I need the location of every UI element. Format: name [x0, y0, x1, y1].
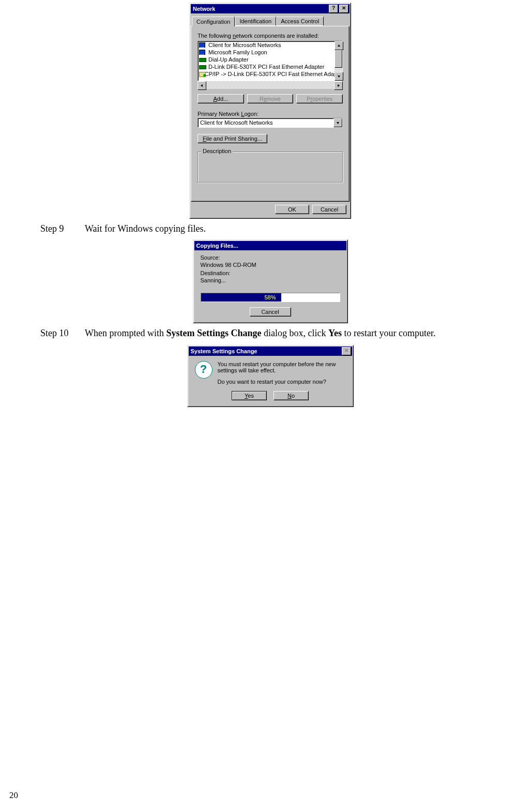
- scroll-thumb[interactable]: [335, 50, 342, 68]
- scroll-down-button[interactable]: [335, 72, 343, 81]
- cancel-button[interactable]: Cancel: [312, 205, 346, 214]
- remove-button[interactable]: Remove: [247, 94, 294, 103]
- svg-marker-1: [338, 76, 340, 78]
- tab-configuration[interactable]: Configuration: [192, 17, 235, 26]
- step10-label: Step 10: [40, 324, 85, 342]
- tab-access-control[interactable]: Access Control: [276, 17, 324, 26]
- copy-dest-value: Sanning...: [201, 277, 340, 283]
- listbox-horizontal-scrollbar[interactable]: [198, 81, 343, 89]
- components-listbox[interactable]: Client for Microsoft Networks Microsoft …: [198, 41, 343, 81]
- network-dialog-title: Network: [193, 6, 215, 12]
- adapter-icon: [199, 64, 206, 70]
- settings-title: System Settings Change: [191, 348, 257, 354]
- client-icon: [199, 42, 206, 48]
- properties-button[interactable]: Properties: [296, 94, 343, 103]
- tab-identification[interactable]: Identification: [235, 17, 276, 26]
- adapter-icon: [199, 56, 206, 63]
- primary-logon-label: Primary Network Logon:: [198, 111, 259, 117]
- copy-dest-label: Destination:: [201, 270, 340, 276]
- scroll-up-button[interactable]: [335, 41, 343, 50]
- list-item[interactable]: D-Link DFE-530TX PCI Fast Ethernet Adapt…: [198, 63, 335, 70]
- dropdown-arrow-icon[interactable]: [333, 118, 342, 127]
- svg-marker-4: [337, 122, 339, 124]
- client-icon: [199, 49, 206, 55]
- list-item[interactable]: TCP/IP -> D-Link DFE-530TX PCI Fast Ethe…: [198, 70, 335, 78]
- copying-title: Copying Files...: [196, 243, 238, 249]
- settings-message-line1: You must restart your computer before th…: [218, 361, 346, 373]
- step9-label: Step 9: [40, 220, 85, 237]
- svg-marker-3: [338, 84, 340, 87]
- copy-source-value: Windows 98 CD-ROM: [201, 262, 340, 268]
- listbox-vertical-scrollbar[interactable]: [335, 41, 342, 81]
- network-dialog: Network ? ✕ Configuration Identification…: [189, 3, 351, 219]
- ok-button[interactable]: OK: [275, 205, 309, 214]
- file-print-sharing-button[interactable]: File and Print Sharing...: [198, 134, 267, 143]
- svg-marker-0: [338, 44, 340, 47]
- help-button[interactable]: ?: [329, 5, 338, 13]
- settings-message-line2: Do you want to restart your computer now…: [218, 379, 346, 385]
- page-number: 20: [9, 790, 18, 801]
- copying-titlebar[interactable]: Copying Files...: [194, 241, 346, 250]
- svg-marker-2: [201, 84, 203, 87]
- yes-button[interactable]: Yes: [232, 391, 267, 400]
- tab-panel-configuration: The following network components are ins…: [191, 26, 350, 202]
- close-button[interactable]: ✕: [339, 5, 348, 13]
- step10-text: When prompted with System Settings Chang…: [85, 324, 500, 342]
- network-dialog-titlebar[interactable]: Network ? ✕: [191, 4, 350, 13]
- copying-files-dialog: Copying Files... Source: Windows 98 CD-R…: [193, 239, 348, 323]
- description-label: Description: [201, 148, 233, 154]
- copy-progress-text: 58%: [201, 293, 340, 302]
- add-button[interactable]: Add...: [198, 94, 244, 103]
- no-button[interactable]: No: [274, 391, 309, 400]
- list-item[interactable]: Dial-Up Adapter: [198, 56, 335, 63]
- scroll-right-button[interactable]: [334, 81, 343, 90]
- question-icon: ?: [195, 361, 213, 379]
- system-settings-dialog: System Settings Change ✕ ? You must rest…: [187, 345, 354, 407]
- description-groupbox: Description: [198, 152, 343, 183]
- settings-titlebar[interactable]: System Settings Change ✕: [189, 347, 352, 356]
- settings-close-button[interactable]: ✕: [342, 347, 351, 355]
- copy-progress-bar: 58%: [201, 293, 340, 302]
- installed-components-label: The following network components are ins…: [198, 33, 319, 39]
- step9-text: Wait for Windows copying files.: [85, 220, 500, 237]
- scroll-left-button[interactable]: [198, 81, 206, 90]
- copy-source-label: Source:: [201, 254, 340, 261]
- list-item[interactable]: Client for Microsoft Networks: [198, 41, 335, 49]
- list-item[interactable]: Microsoft Family Logon: [198, 49, 335, 56]
- copy-cancel-button[interactable]: Cancel: [250, 307, 291, 317]
- primary-logon-dropdown[interactable]: Client for Microsoft Networks: [198, 118, 343, 128]
- primary-logon-value: Client for Microsoft Networks: [198, 118, 333, 127]
- tab-bar: Configuration Identification Access Cont…: [191, 17, 350, 26]
